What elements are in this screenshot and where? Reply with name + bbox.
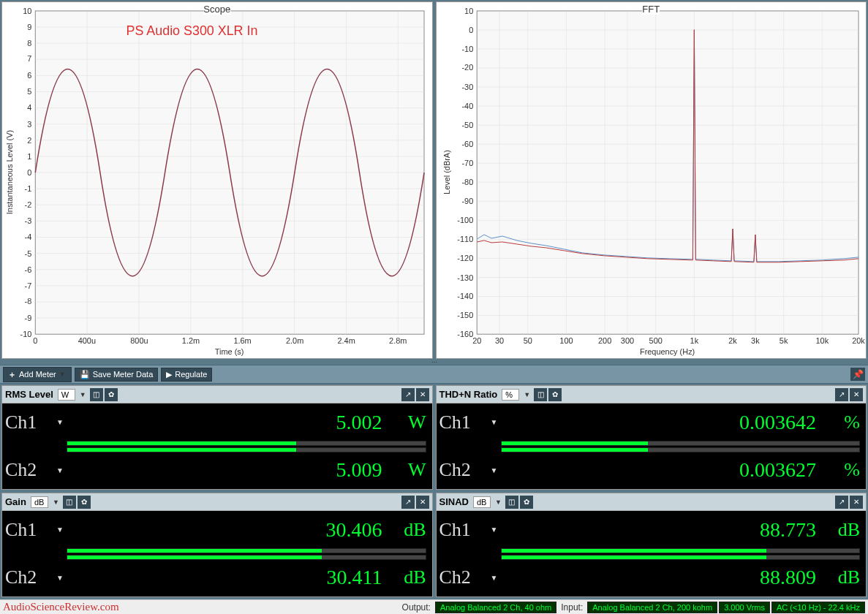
svg-text:50: 50 [523,336,532,345]
meter-row-ch2: Ch2 ▼ 0.003627 % [439,453,861,488]
channel-label: Ch2 [5,459,56,481]
svg-text:0: 0 [33,336,37,345]
svg-text:-110: -110 [457,235,473,243]
svg-text:10: 10 [464,7,473,15]
svg-text:7: 7 [27,54,31,63]
chart-icon[interactable]: ◫ [505,496,518,509]
channel-label: Ch1 [5,519,56,541]
svg-text:800u: 800u [130,336,148,345]
svg-text:2k: 2k [728,336,737,345]
svg-text:Instantaneous Level (V): Instantaneous Level (V) [5,130,14,214]
chevron-down-icon[interactable]: ▼ [80,391,87,398]
svg-text:-9: -9 [25,314,32,322]
regulate-button[interactable]: ▶Regulate [161,368,212,382]
channel-unit: % [816,412,860,433]
popout-icon[interactable]: ↗ [401,388,415,401]
svg-text:-1: -1 [25,184,32,193]
meter-body: Ch1 ▼ 5.002 W Ch2 ▼ 5.009 W [2,403,432,489]
meter-bars [439,440,861,453]
chart-icon[interactable]: ◫ [534,388,547,401]
chevron-down-icon: ▼ [59,371,67,378]
close-icon[interactable]: ✕ [416,388,429,401]
meter-row-ch2: Ch2 ▼ 5.009 W [5,453,426,488]
meter-unit-select[interactable]: % [502,389,519,401]
chevron-down-icon[interactable]: ▼ [56,466,65,474]
meter-panel: Gain dB ▼ ◫ ✿ ↗ ✕ Ch1 ▼ 30.406 dB [1,493,433,597]
chevron-down-icon[interactable]: ▼ [491,526,499,534]
popout-icon[interactable]: ↗ [401,496,415,509]
pin-button[interactable]: 📌 [850,368,865,381]
chevron-down-icon[interactable]: ▼ [56,418,65,426]
svg-text:200: 200 [598,336,611,345]
svg-text:-10: -10 [461,45,473,53]
chart-icon[interactable]: ◫ [63,496,76,509]
channel-unit: dB [382,519,426,541]
svg-text:-4: -4 [25,232,32,241]
close-icon[interactable]: ✕ [416,496,429,509]
meter-title: RMS Level [5,389,53,400]
channel-value: 0.003642 [499,411,817,434]
chevron-down-icon[interactable]: ▼ [495,499,502,506]
svg-text:-130: -130 [457,273,473,282]
chevron-down-icon[interactable]: ▼ [56,574,65,582]
gear-icon[interactable]: ✿ [548,388,562,401]
scope-title: Scope [203,4,230,15]
plus-icon: ＋ [8,369,16,380]
svg-rect-58 [477,11,858,334]
input-value[interactable]: Analog Balanced 2 Ch, 200 kohm [587,602,717,613]
bar-ch2 [501,447,861,452]
meter-row-ch2: Ch2 ▼ 88.809 dB [439,561,861,596]
chevron-down-icon[interactable]: ▼ [56,526,65,534]
svg-text:2.0m: 2.0m [286,336,303,345]
channel-label: Ch2 [439,459,491,481]
save-meter-button[interactable]: 💾Save Meter Data [75,368,159,382]
svg-text:-140: -140 [457,292,473,300]
meter-unit-select[interactable]: W [58,389,75,401]
meter-row-ch1: Ch1 ▼ 5.002 W [5,405,426,440]
bar-ch2 [67,555,426,560]
close-icon[interactable]: ✕ [850,388,863,401]
channel-label: Ch1 [439,519,491,541]
meter-unit-select[interactable]: dB [473,496,491,508]
svg-text:10: 10 [23,7,31,15]
svg-text:5: 5 [27,87,31,96]
svg-text:2.8m: 2.8m [389,336,407,345]
meter-body: Ch1 ▼ 30.406 dB Ch2 ▼ 30.411 dB [2,511,432,596]
play-icon: ▶ [166,370,172,379]
meter-bars [439,547,861,561]
svg-text:-150: -150 [457,311,473,319]
chevron-down-icon[interactable]: ▼ [53,499,60,506]
popout-icon[interactable]: ↗ [835,388,848,401]
chevron-down-icon[interactable]: ▼ [491,418,499,426]
svg-text:4: 4 [27,103,31,112]
svg-text:-70: -70 [461,159,473,167]
close-icon[interactable]: ✕ [850,496,863,509]
svg-text:Frequency (Hz): Frequency (Hz) [639,347,694,356]
gear-icon[interactable]: ✿ [105,388,118,401]
svg-text:3k: 3k [751,336,760,345]
gear-icon[interactable]: ✿ [78,496,91,509]
channel-unit: % [816,459,860,481]
meter-row-ch1: Ch1 ▼ 0.003642 % [439,405,861,440]
chevron-down-icon[interactable]: ▼ [491,466,499,474]
chevron-down-icon[interactable]: ▼ [524,391,531,398]
popout-icon[interactable]: ↗ [835,496,848,509]
fft-title: FFT [642,4,660,15]
svg-text:-7: -7 [25,281,32,290]
svg-text:1: 1 [27,152,31,161]
add-meter-button[interactable]: ＋Add Meter▼ [3,367,72,382]
svg-text:-6: -6 [25,265,32,274]
svg-text:10k: 10k [815,336,829,345]
channel-label: Ch2 [5,566,56,588]
svg-text:-60: -60 [461,140,473,148]
chart-icon[interactable]: ◫ [90,388,103,401]
meter-unit-select[interactable]: dB [31,496,48,508]
scope-chart: Scope 109876543210-1-2-3-4-5-6-7-8-9-10 … [1,1,433,359]
output-value[interactable]: Analog Balanced 2 Ch, 40 ohm [435,602,556,613]
gear-icon[interactable]: ✿ [520,496,533,509]
meter-header: Gain dB ▼ ◫ ✿ ↗ ✕ [2,493,432,511]
bar-ch2 [501,555,861,560]
vrms-value[interactable]: 3.000 Vrms [719,602,770,613]
chevron-down-icon[interactable]: ▼ [491,574,499,582]
bandwidth-value[interactable]: AC (<10 Hz) - 22.4 kHz [771,602,865,613]
